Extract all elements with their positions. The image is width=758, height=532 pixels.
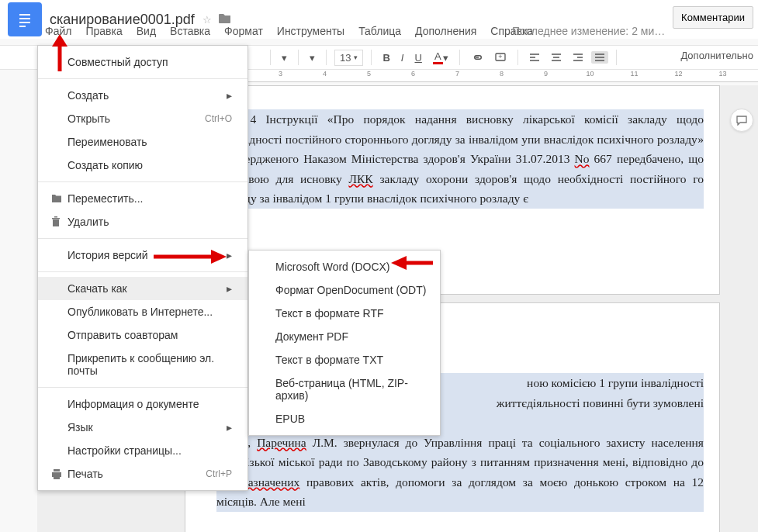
menu-item-pagesetup[interactable]: Настройки страницы... — [38, 439, 247, 462]
font-dropdown[interactable]: ▾ — [306, 50, 318, 65]
italic-button[interactable]: I — [398, 50, 407, 65]
align-left-icon[interactable] — [526, 51, 543, 64]
submenu-item-docx[interactable]: Microsoft Word (DOCX) — [249, 255, 440, 278]
text-color-button[interactable]: A ▾ — [430, 49, 452, 66]
menu-item-language[interactable]: Язык▸ — [38, 416, 247, 439]
menu-edit[interactable]: Правка — [85, 25, 122, 37]
submenu-item-pdf[interactable]: Документ PDF — [249, 325, 440, 348]
menu-item-email-collab[interactable]: Отправить соавторам — [38, 323, 247, 347]
submenu-item-rtf[interactable]: Текст в формате RTF — [249, 302, 440, 325]
menu-item-history[interactable]: История версий▸ — [38, 244, 247, 267]
svg-rect-3 — [19, 26, 26, 27]
last-edit-text[interactable]: Последнее изменение: 2 минут... — [512, 25, 667, 37]
menu-item-makecopy[interactable]: Создать копию — [38, 154, 247, 177]
font-size-input[interactable]: 13 ▾ — [334, 50, 363, 66]
menu-tools[interactable]: Инструменты — [277, 25, 344, 37]
submenu-item-txt[interactable]: Текст в формате TXT — [249, 348, 440, 371]
menu-format[interactable]: Формат — [224, 25, 263, 37]
toolbar-more[interactable]: Дополнительно — [680, 50, 753, 61]
styles-dropdown[interactable]: ▾ — [279, 50, 290, 65]
submenu-item-html[interactable]: Веб-страница (HTML, ZIP-архив) — [249, 371, 440, 407]
insert-link-icon[interactable] — [468, 50, 486, 65]
svg-rect-2 — [19, 22, 30, 23]
menu-view[interactable]: Вид — [137, 25, 156, 37]
menu-item-email-attach[interactable]: Прикрепить к сообщению эл. почты — [38, 347, 247, 382]
paint-format-icon[interactable] — [256, 56, 262, 59]
underline-button[interactable]: U — [411, 50, 424, 65]
menu-item-rename[interactable]: Переименовать — [38, 130, 247, 154]
menu-item-docinfo[interactable]: Информация о документе — [38, 392, 247, 416]
menu-item-publish[interactable]: Опубликовать в Интернете... — [38, 300, 247, 323]
folder-icon — [50, 193, 67, 204]
svg-rect-0 — [19, 14, 30, 16]
docs-logo[interactable] — [8, 2, 42, 36]
menu-item-open[interactable]: ОткрытьCtrl+O — [38, 107, 247, 130]
submenu-item-odt[interactable]: Формат OpenDocument (ODT) — [249, 278, 440, 302]
svg-text:+: + — [498, 53, 502, 60]
bold-button[interactable]: B — [379, 50, 393, 65]
insert-comment-icon[interactable]: + — [491, 50, 510, 65]
menu-item-print[interactable]: ПечатьCtrl+P — [38, 462, 247, 485]
file-menu-dropdown: Совместный доступ Создать▸ ОткрытьCtrl+O… — [37, 45, 248, 491]
menu-item-delete[interactable]: Удалить — [38, 210, 247, 233]
menu-table[interactable]: Таблица — [358, 25, 401, 37]
star-icon[interactable]: ☆ — [202, 14, 212, 26]
align-right-icon[interactable] — [569, 51, 587, 64]
align-center-icon[interactable] — [548, 51, 565, 64]
menu-file[interactable]: Файл — [45, 25, 71, 37]
download-submenu: Microsoft Word (DOCX) Формат OpenDocumen… — [248, 250, 441, 436]
paragraph-3[interactable]: Я, Паречина Л.М. звернулася до Управлінн… — [216, 433, 704, 512]
submenu-item-epub[interactable]: EPUB — [249, 407, 440, 430]
menu-item-create[interactable]: Создать▸ — [38, 84, 247, 107]
paragraph-1[interactable]: ктом 4 Інструкції «Про порядок надання в… — [216, 109, 704, 209]
menu-item-share[interactable]: Совместный доступ — [38, 50, 247, 74]
svg-rect-1 — [19, 18, 30, 19]
explore-button[interactable] — [730, 109, 753, 132]
align-justify-icon[interactable] — [591, 51, 608, 64]
menu-insert[interactable]: Вставка — [170, 25, 210, 37]
trash-icon — [50, 216, 67, 228]
menu-item-download-as[interactable]: Скачать как▸ — [38, 277, 247, 300]
menu-item-move[interactable]: Переместить... — [38, 187, 247, 210]
print-icon — [50, 468, 67, 479]
menu-addons[interactable]: Дополнения — [415, 25, 476, 37]
menu-bar: Файл Правка Вид Вставка Формат Инструмен… — [45, 25, 533, 37]
comments-button[interactable]: Комментарии — [673, 6, 753, 29]
